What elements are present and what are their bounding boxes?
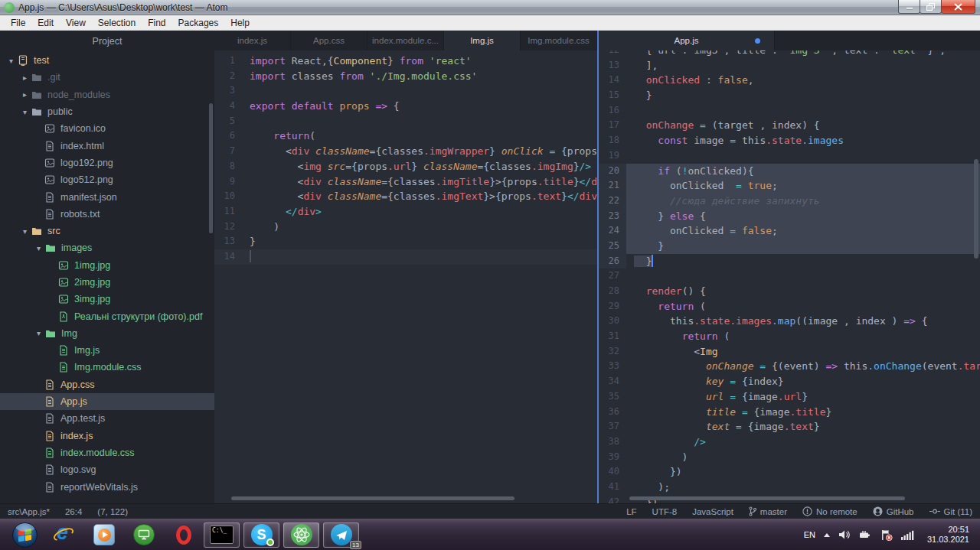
code-line-9[interactable]: 9 <div className={classes.imgTitle}>{pro… <box>214 174 597 190</box>
tree-item-images[interactable]: ▾images <box>0 239 214 256</box>
chevron-down-icon[interactable]: ▾ <box>34 329 44 337</box>
minimize-button[interactable] <box>898 0 920 14</box>
code-line-26[interactable]: 26 } <box>599 254 980 269</box>
code-line-15[interactable]: 15 } <box>599 88 980 103</box>
menu-packages[interactable]: Packages <box>172 15 225 31</box>
horizontal-scrollbar[interactable] <box>629 496 905 500</box>
taskbar-opera-icon[interactable] <box>164 526 204 545</box>
tree-item-node-modules[interactable]: ▸node_modules <box>0 86 214 103</box>
editor-appjs[interactable]: 12 { url : img3 , title : 'img 3' , text… <box>599 50 980 503</box>
status-github[interactable]: GitHub <box>873 506 914 516</box>
code-line-2[interactable]: 2import classes from './Img.module.css' <box>214 69 597 84</box>
tree-item-index.module.css[interactable]: index.module.css <box>0 444 214 461</box>
code-line-36[interactable]: 36 title = {image.title} <box>599 405 980 420</box>
code-line-13[interactable]: 13} <box>214 234 597 249</box>
code-line-6[interactable]: 6 return( <box>214 129 597 144</box>
taskbar-command-prompt-button[interactable]: C:\_ <box>204 522 240 548</box>
code-line-1[interactable]: 1import React,{Component} from 'react' <box>214 54 597 69</box>
code-line-14[interactable]: 14 <box>214 249 597 265</box>
chevron-right-icon[interactable]: ▸ <box>20 73 30 82</box>
menu-edit[interactable]: Edit <box>31 15 60 31</box>
tree-item-public[interactable]: ▾public <box>0 103 214 120</box>
code-line-14[interactable]: 14 onClicked : false, <box>599 73 980 88</box>
status-git-changes[interactable]: Git (11) <box>929 507 973 516</box>
start-button[interactable] <box>5 522 44 548</box>
power-icon[interactable] <box>859 530 872 540</box>
editor-imgjs[interactable]: 1import React,{Component} from 'react'2i… <box>214 50 597 503</box>
code-line-22[interactable]: 22 //сюда действие запихнуть <box>599 194 980 209</box>
code-line-10[interactable]: 10 <div className={classes.imgText}>{pro… <box>214 189 597 204</box>
tree-item-.git[interactable]: ▸.git <box>0 69 214 86</box>
menu-file[interactable]: File <box>5 15 31 31</box>
taskbar-internet-explorer-icon[interactable]: e <box>44 523 84 546</box>
modified-dot-icon[interactable] <box>755 38 760 44</box>
code-line-23[interactable]: 23 } else { <box>599 209 980 224</box>
code-line-31[interactable]: 31 return ( <box>599 329 980 344</box>
taskbar-skype-button[interactable]: S <box>243 522 279 548</box>
tab-img.js[interactable]: Img.js <box>444 31 521 50</box>
code-line-33[interactable]: 33 onChange = {(event) => this.onChange(… <box>599 359 980 374</box>
status-file-path[interactable]: src\App.js* <box>8 507 50 516</box>
tree-item-manifest.json[interactable]: manifest.json <box>0 188 214 205</box>
code-line-11[interactable]: 11 </div> <box>214 204 597 220</box>
network-signal-icon[interactable] <box>901 530 914 540</box>
status-cursor-position[interactable]: 26:4 <box>65 507 82 516</box>
menu-view[interactable]: View <box>60 15 92 31</box>
taskbar-telegram-button[interactable]: 13 <box>323 522 359 548</box>
restore-button[interactable] <box>920 0 942 14</box>
chevron-down-icon[interactable]: ▾ <box>34 244 44 252</box>
code-line-3[interactable]: 3 <box>214 83 597 99</box>
code-line-41[interactable]: 41 ); <box>599 480 980 495</box>
tree-item-img[interactable]: ▾Img <box>0 325 214 342</box>
volume-icon[interactable] <box>838 529 851 540</box>
code-line-29[interactable]: 29 return ( <box>599 299 980 314</box>
code-line-20[interactable]: 20 if (!onClicked){ <box>599 164 980 179</box>
code-line-4[interactable]: 4export default props => { <box>214 99 597 114</box>
tree-item-app.test.js[interactable]: App.test.js <box>0 410 214 427</box>
code-line-27[interactable]: 27 <box>599 268 980 284</box>
chevron-down-icon[interactable]: ▾ <box>20 108 30 116</box>
code-line-7[interactable]: 7 <div className={classes.imgWrapper} on… <box>214 144 597 159</box>
tree-item-logo192.png[interactable]: logo192.png <box>0 155 214 171</box>
code-line-38[interactable]: 38 /> <box>599 434 980 450</box>
code-line-28[interactable]: 28 render() { <box>599 284 980 299</box>
code-line-25[interactable]: 25 } <box>599 239 980 254</box>
sidebar-scrollbar[interactable] <box>209 103 213 233</box>
menu-find[interactable]: Find <box>142 15 172 31</box>
tree-item-src[interactable]: ▾src <box>0 223 214 239</box>
tree-item-app.css[interactable]: App.css <box>0 376 214 393</box>
tree-item-app.js[interactable]: App.js <box>0 393 214 410</box>
code-line-24[interactable]: 24 onClicked = false; <box>599 223 980 239</box>
code-line-12[interactable]: 12 { url : img3 , title : 'img 3' , text… <box>599 50 980 58</box>
tree-item-logo512.png[interactable]: logo512.png <box>0 171 214 188</box>
code-line-39[interactable]: 39 ) <box>599 450 980 465</box>
tab-app.js[interactable]: App.js <box>599 31 775 50</box>
tree-item-3img.jpg[interactable]: 3img.jpg <box>0 291 214 308</box>
code-line-12[interactable]: 12 ) <box>214 220 597 235</box>
menu-help[interactable]: Help <box>224 15 256 31</box>
chevron-down-icon[interactable]: ▾ <box>20 227 30 236</box>
chevron-down-icon[interactable]: ▾ <box>6 57 16 65</box>
vertical-scrollbar[interactable] <box>974 159 978 259</box>
code-line-5[interactable]: 5 <box>214 114 597 129</box>
status-git-branch[interactable]: master <box>749 506 787 516</box>
status-line-ending[interactable]: LF <box>626 507 636 516</box>
tree-item-favicon.ico[interactable]: favicon.ico <box>0 120 214 137</box>
code-line-17[interactable]: 17 onChange = (target , index) { <box>599 118 980 133</box>
tab-img.module.css[interactable]: Img.module.css <box>521 31 597 50</box>
code-line-40[interactable]: 40 }) <box>599 464 980 480</box>
action-center-flag-icon[interactable] <box>880 529 893 541</box>
taskbar-media-player-icon[interactable] <box>84 524 124 545</box>
tree-item-реальні-струкутри-фото-.pdf[interactable]: Реальні струкутри (фото).pdf <box>0 308 214 324</box>
code-line-8[interactable]: 8 <img src={props.url} className={classe… <box>214 159 597 174</box>
tree-item-index.js[interactable]: index.js <box>0 428 214 444</box>
tree-item-index.html[interactable]: index.html <box>0 137 214 154</box>
status-encoding[interactable]: UTF-8 <box>652 507 678 516</box>
hidden-icons-button[interactable] <box>824 533 830 537</box>
tree-item-logo.svg[interactable]: logo.svg <box>0 461 214 478</box>
tree-item-test[interactable]: ▾test <box>0 52 214 69</box>
horizontal-scrollbar[interactable] <box>231 496 514 500</box>
tree-item-reportwebvitals.js[interactable]: reportWebVitals.js <box>0 478 214 495</box>
tab-app.css[interactable]: App.css <box>291 31 368 50</box>
code-line-37[interactable]: 37 text = {image.text} <box>599 419 980 434</box>
